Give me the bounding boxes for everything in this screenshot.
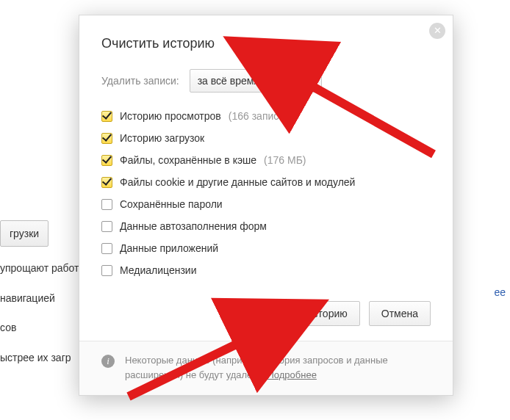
time-range-value: за всё время xyxy=(198,75,259,87)
checkbox-label: Данные автозаполнения форм xyxy=(120,220,267,232)
checkbox-label: Историю загрузок xyxy=(120,132,204,144)
checkbox-row[interactable]: Файлы, сохранённые в кэше (176 МБ) xyxy=(101,154,431,166)
clear-history-button[interactable]: Очистить историю xyxy=(247,301,360,326)
checkbox-row[interactable]: Данные автозаполнения форм xyxy=(101,220,431,232)
checkbox-row[interactable]: Файлы cookie и другие данные сайтов и мо… xyxy=(101,176,431,188)
checkbox[interactable] xyxy=(101,243,112,254)
checkbox[interactable] xyxy=(101,265,112,276)
checkbox-suffix: (176 МБ) xyxy=(264,154,306,166)
checkbox-label: Историю просмотров xyxy=(120,110,221,122)
checkbox-row[interactable]: Историю просмотров (166 записей) xyxy=(101,110,431,122)
checkbox[interactable] xyxy=(101,199,112,210)
time-range-label: Удалить записи: xyxy=(101,75,179,87)
time-range-row: Удалить записи: за всё время xyxy=(101,69,431,93)
options-list: Историю просмотров (166 записей)Историю … xyxy=(101,110,431,276)
checkbox-row[interactable]: Данные приложений xyxy=(101,242,431,254)
clear-history-dialog: ✕ Очистить историю Удалить записи: за вс… xyxy=(79,15,453,396)
dialog-actions: Очистить историю Отмена xyxy=(101,301,431,326)
chevron-down-icon xyxy=(308,79,314,83)
checkbox-label: Файлы, сохранённые в кэше xyxy=(120,154,256,166)
checkbox-row[interactable]: Историю загрузок xyxy=(101,132,431,144)
bg-button-loads[interactable]: грузки xyxy=(0,220,49,247)
checkbox-suffix: (166 записей) xyxy=(229,110,294,122)
checkbox-label: Медиалицензии xyxy=(120,264,197,276)
footer-more-link[interactable]: Подробнее xyxy=(267,369,317,380)
close-icon[interactable]: ✕ xyxy=(429,23,445,39)
checkbox[interactable] xyxy=(101,155,112,166)
checkbox[interactable] xyxy=(101,177,112,188)
dialog-title: Очистить историю xyxy=(101,36,431,51)
footer-text: Некоторые данные (например, история запр… xyxy=(125,353,431,382)
checkbox-label: Файлы cookie и другие данные сайтов и мо… xyxy=(120,176,355,188)
info-icon: i xyxy=(101,355,115,368)
bg-link[interactable]: ее xyxy=(494,286,506,298)
checkbox-label: Данные приложений xyxy=(120,242,218,254)
checkbox[interactable] xyxy=(101,221,112,232)
checkbox[interactable] xyxy=(101,133,112,144)
checkbox[interactable] xyxy=(101,111,112,122)
time-range-select[interactable]: за всё время xyxy=(190,69,322,93)
checkbox-row[interactable]: Сохранённые пароли xyxy=(101,198,431,210)
checkbox-label: Сохранённые пароли xyxy=(120,198,223,210)
cancel-button[interactable]: Отмена xyxy=(369,301,431,326)
dialog-footer: i Некоторые данные (например, история за… xyxy=(79,341,453,395)
checkbox-row[interactable]: Медиалицензии xyxy=(101,264,431,276)
